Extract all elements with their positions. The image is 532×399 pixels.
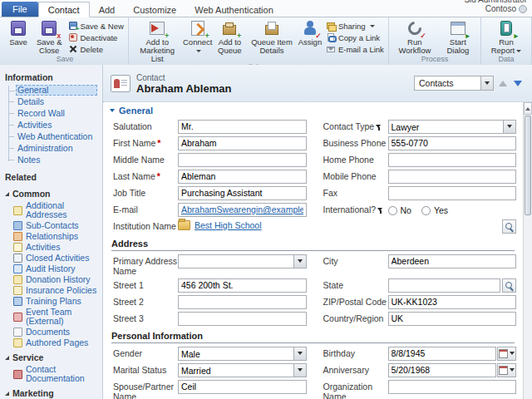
primary-address-name-select[interactable] — [178, 254, 307, 268]
next-record-button[interactable] — [511, 76, 524, 90]
sidebar-item-web-authentication[interactable]: Web Authentication — [16, 131, 97, 142]
sidebar-item-sub-contacts[interactable]: Sub-Contacts — [0, 220, 102, 231]
sidebar-item-training-plans[interactable]: Training Plans — [0, 296, 102, 307]
item-label: Additional Addresses — [26, 201, 101, 219]
sidebar-item-notes[interactable]: Notes — [16, 155, 97, 165]
sidebar-section-common[interactable]: Common — [0, 185, 102, 200]
date-picker-icon[interactable] — [497, 347, 516, 361]
copy-a-link-button[interactable]: Copy a Link — [324, 32, 386, 43]
field-label: ZIP/Postal Code — [323, 295, 388, 309]
sidebar-item-administration[interactable]: Administration — [16, 143, 97, 154]
save-new-button[interactable]: +Save & New — [66, 20, 126, 32]
sidebar-item-audit-history[interactable]: Audit History — [0, 264, 102, 274]
tab-add[interactable]: Add — [90, 2, 125, 17]
add-to-queue-button[interactable]: +Add to Queue — [212, 18, 248, 63]
view-selector[interactable]: Contacts — [414, 76, 494, 91]
lookup-magnifier-icon[interactable] — [502, 219, 516, 234]
section-header-general[interactable]: General — [110, 106, 515, 117]
home-phone-input[interactable] — [388, 153, 517, 167]
sidebar-item-authored-pages[interactable]: Authored Pages — [0, 337, 102, 348]
save-close-button[interactable]: xSave & Close — [32, 18, 66, 55]
organization-name-input[interactable] — [388, 380, 517, 394]
birthday-label: Birthday — [323, 348, 356, 358]
salutation-input[interactable] — [178, 120, 307, 134]
anniversary-input[interactable] — [388, 363, 497, 377]
sidebar-item-documents[interactable]: Documents — [0, 327, 102, 337]
sidebar-section-marketing[interactable]: Marketing — [0, 384, 102, 399]
date-picker-icon[interactable] — [497, 363, 516, 377]
delete-button[interactable]: Delete — [66, 43, 126, 55]
country-region-input[interactable] — [388, 312, 517, 326]
spouse-partner-name-input[interactable] — [178, 380, 307, 394]
sidebar-item-donation-history[interactable]: Donation History — [0, 274, 102, 285]
org-name[interactable]: Contoso — [485, 4, 516, 13]
tab-strip: FileContactAddCustomizeWeb Authenticatio… — [0, 0, 532, 17]
birthday-input[interactable] — [388, 347, 497, 361]
marital-status-select[interactable]: Married — [178, 363, 307, 377]
state-input[interactable] — [388, 278, 501, 293]
job-title-input[interactable] — [178, 186, 307, 200]
sidebar-item-details[interactable]: Details — [16, 96, 97, 107]
dropdown-arrow-icon[interactable] — [293, 364, 306, 377]
tab-customize[interactable]: Customize — [124, 2, 185, 17]
sidebar-item-activities[interactable]: Activities — [16, 120, 97, 131]
scrollbar-thumb[interactable] — [525, 116, 531, 215]
city-input[interactable] — [388, 254, 517, 268]
form-scrollbar[interactable] — [523, 102, 532, 399]
international-radio-yes[interactable]: Yes — [421, 205, 448, 215]
business-phone-input[interactable] — [388, 136, 517, 150]
first-name-input[interactable] — [178, 136, 307, 150]
sidebar-item-event-team-external[interactable]: Event Team (External) — [0, 307, 102, 327]
field-label: City — [323, 254, 388, 276]
dropdown-arrow-icon[interactable] — [293, 347, 306, 360]
sidebar-item-closed-activities[interactable]: Closed Activities — [0, 253, 102, 264]
deactivate-button[interactable]: Deactivate — [66, 32, 126, 43]
start-dialog-button[interactable]: ▸Start Dialog — [438, 18, 478, 55]
tab-contact[interactable]: Contact — [38, 2, 90, 17]
assign-button[interactable]: ✓Assign — [296, 18, 324, 63]
e-mail-field[interactable]: AbrahamSwearengin@example.com — [178, 203, 307, 217]
institution-name-lookup[interactable]: Best High School — [178, 219, 262, 230]
save-close-icon: x — [40, 19, 58, 37]
sidebar-item-insurance-policies[interactable]: Insurance Policies — [0, 285, 102, 296]
sidebar-item-general[interactable]: General — [16, 85, 97, 96]
gender-select[interactable]: Male — [178, 347, 307, 361]
queue-item-details-button[interactable]: Queue Item Details — [248, 18, 296, 63]
dropdown-arrow-icon[interactable] — [503, 121, 515, 133]
sharing-button[interactable]: Sharing — [324, 20, 386, 32]
international-radio-no[interactable]: No — [388, 205, 411, 215]
middle-name-input[interactable] — [178, 153, 307, 167]
last-name-input[interactable] — [178, 170, 307, 184]
connect-button[interactable]: +Connect — [184, 18, 212, 63]
save-button[interactable]: Save — [4, 18, 32, 55]
scroll-up-button[interactable] — [524, 102, 532, 115]
lookup-link[interactable]: Best High School — [195, 220, 262, 230]
lookup-magnifier-icon[interactable] — [502, 278, 516, 293]
item-label: Authored Pages — [26, 338, 88, 347]
sidebar-item-activities[interactable]: Activities — [0, 242, 102, 253]
form-cell: Spouse/Partner Name — [103, 378, 313, 399]
mobile-phone-input[interactable] — [388, 170, 517, 184]
sidebar-item-additional-addresses[interactable]: Additional Addresses — [0, 200, 102, 220]
email-link[interactable]: AbrahamSwearengin@example.com — [181, 204, 303, 214]
tab-web-authentication[interactable]: Web Authentication — [185, 2, 283, 17]
sidebar-item-record-wall[interactable]: Record Wall — [16, 108, 97, 119]
sidebar-section-service[interactable]: Service — [0, 348, 102, 364]
dropdown-arrow-icon[interactable] — [293, 255, 306, 268]
sidebar-item-relationships[interactable]: Relationships — [0, 231, 102, 242]
zip-postal-code-label: ZIP/Postal Code — [323, 297, 387, 307]
street-3-input[interactable] — [178, 312, 307, 326]
e-mail-a-link-button[interactable]: E-mail a Link — [324, 43, 386, 55]
sidebar-item-contact-documentation[interactable]: Contact Documentation — [0, 364, 102, 384]
previous-record-button[interactable] — [496, 76, 509, 90]
street-2-input[interactable] — [178, 295, 307, 309]
street-1-input[interactable] — [178, 278, 307, 293]
fax-input[interactable] — [388, 186, 517, 200]
tab-file[interactable]: File — [2, 2, 38, 17]
view-selector-arrow-icon[interactable] — [480, 76, 493, 90]
zip-postal-code-input[interactable] — [388, 295, 517, 309]
run-workflow-button[interactable]: ✓Run Workflow — [392, 18, 438, 55]
run-report-button[interactable]: ▸Run Report — [484, 18, 529, 55]
contact-type-select[interactable]: Lawyer — [388, 120, 517, 134]
add-to-marketing-list-button[interactable]: +Add to Marketing List — [131, 18, 184, 63]
